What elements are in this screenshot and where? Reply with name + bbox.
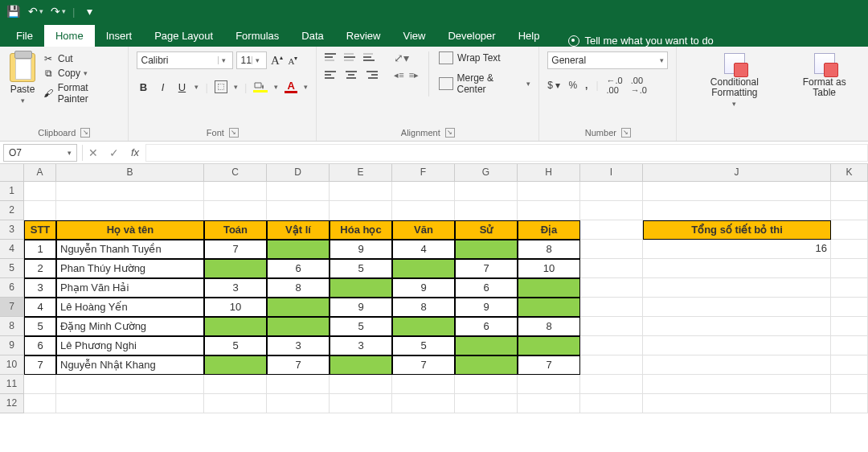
cell[interactable]: Lê Hoàng Yến <box>56 298 204 317</box>
column-header-G[interactable]: G <box>455 164 518 182</box>
cell[interactable] <box>455 375 518 394</box>
cell[interactable]: 10 <box>204 298 267 317</box>
cell[interactable] <box>330 182 392 201</box>
cell[interactable] <box>643 259 831 278</box>
cell[interactable]: Nguyễn Thanh Tuyền <box>56 240 204 259</box>
cell[interactable] <box>643 278 831 298</box>
align-top-button[interactable] <box>325 51 339 63</box>
font-name-select[interactable]: Calibri▾ <box>137 51 233 69</box>
cell[interactable]: Nguyễn Nhật Khang <box>56 355 204 375</box>
align-bottom-button[interactable] <box>363 51 378 63</box>
align-middle-button[interactable] <box>344 51 358 63</box>
row-header-4[interactable]: 4 <box>0 240 24 259</box>
name-box[interactable]: O7▾ <box>3 144 77 162</box>
cell[interactable]: 6 <box>455 278 518 298</box>
cell[interactable] <box>580 240 643 259</box>
cell[interactable] <box>24 182 56 201</box>
tab-formulas[interactable]: Formulas <box>224 25 290 47</box>
cell[interactable] <box>455 355 518 375</box>
tab-review[interactable]: Review <box>335 25 392 47</box>
cell[interactable]: 10 <box>518 259 580 278</box>
cell[interactable] <box>643 182 831 201</box>
formula-input[interactable] <box>145 144 868 162</box>
cell[interactable] <box>392 375 455 394</box>
row-header-6[interactable]: 6 <box>0 278 24 298</box>
cell[interactable] <box>204 259 267 278</box>
cell[interactable]: Địa <box>518 220 580 240</box>
cell[interactable]: 8 <box>392 298 455 317</box>
cell[interactable]: Hóa học <box>330 220 392 240</box>
fill-color-button[interactable] <box>253 81 268 92</box>
decrease-indent-button[interactable]: ◂≡ <box>394 69 403 80</box>
cell[interactable]: Lê Phương Nghi <box>56 336 204 355</box>
dialog-launcher-icon[interactable]: ↘ <box>229 128 239 138</box>
cell[interactable] <box>267 317 330 336</box>
column-header-C[interactable]: C <box>204 164 267 182</box>
cell[interactable] <box>267 240 330 259</box>
cell[interactable]: 2 <box>24 259 56 278</box>
cell[interactable] <box>330 375 392 394</box>
align-center-button[interactable] <box>344 69 358 80</box>
cell[interactable]: 7 <box>455 259 518 278</box>
increase-indent-button[interactable]: ≡▸ <box>409 69 419 80</box>
cell[interactable] <box>56 394 204 413</box>
cell[interactable]: 9 <box>330 240 392 259</box>
enter-formula-button[interactable]: ✓ <box>104 146 125 159</box>
cell[interactable]: 3 <box>267 336 330 355</box>
cell[interactable] <box>643 394 831 413</box>
cell[interactable] <box>831 278 868 298</box>
align-left-button[interactable] <box>325 69 339 80</box>
tab-view[interactable]: View <box>391 25 436 47</box>
column-header-E[interactable]: E <box>330 164 392 182</box>
cell[interactable] <box>518 278 580 298</box>
cell[interactable]: Phạm Văn Hải <box>56 278 204 298</box>
cell[interactable] <box>56 182 204 201</box>
cell[interactable]: Phan Thúy Hường <box>56 259 204 278</box>
tab-home[interactable]: Home <box>44 25 95 47</box>
cell[interactable] <box>455 336 518 355</box>
column-header-D[interactable]: D <box>267 164 330 182</box>
cell[interactable] <box>204 394 267 413</box>
cell[interactable]: 7 <box>518 355 580 375</box>
cell[interactable]: 3 <box>24 278 56 298</box>
cell[interactable] <box>643 317 831 336</box>
cell[interactable] <box>580 182 643 201</box>
percent-format-button[interactable]: % <box>568 80 577 91</box>
cell[interactable] <box>831 355 868 375</box>
font-color-button[interactable]: A <box>285 81 297 93</box>
cell[interactable] <box>580 336 643 355</box>
cell[interactable] <box>392 259 455 278</box>
row-header-1[interactable]: 1 <box>0 182 24 201</box>
cell[interactable] <box>330 201 392 220</box>
cell[interactable] <box>831 240 868 259</box>
conditional-formatting-button[interactable]: Conditional Formatting▾ <box>685 51 784 108</box>
cell[interactable] <box>204 375 267 394</box>
comma-format-button[interactable]: , <box>585 80 588 91</box>
tab-insert[interactable]: Insert <box>95 25 144 47</box>
cell[interactable] <box>580 259 643 278</box>
cancel-formula-button[interactable]: ✕ <box>83 146 104 159</box>
cell[interactable] <box>518 336 580 355</box>
cell[interactable] <box>580 375 643 394</box>
merge-center-button[interactable]: Merge & Center ▾ <box>439 72 530 95</box>
cell[interactable]: 8 <box>267 278 330 298</box>
qat-customize-icon[interactable]: ▾ <box>81 3 97 19</box>
decrease-decimal-button[interactable]: .00→.0 <box>631 76 647 95</box>
cell[interactable] <box>204 317 267 336</box>
save-icon[interactable]: 💾 <box>5 3 21 19</box>
cell[interactable]: Văn <box>392 220 455 240</box>
increase-decimal-button[interactable]: ←.0.00 <box>607 76 623 95</box>
cell[interactable] <box>267 201 330 220</box>
cell[interactable]: Vật lí <box>267 220 330 240</box>
cell[interactable] <box>580 394 643 413</box>
redo-icon[interactable]: ↷ <box>50 3 66 19</box>
tab-data[interactable]: Data <box>290 25 334 47</box>
cell[interactable]: Sử <box>455 220 518 240</box>
row-header-5[interactable]: 5 <box>0 259 24 278</box>
dialog-launcher-icon[interactable]: ↘ <box>621 128 631 138</box>
cell[interactable] <box>330 278 392 298</box>
cell[interactable] <box>267 182 330 201</box>
column-header-A[interactable]: A <box>24 164 56 182</box>
wrap-text-button[interactable]: Wrap Text <box>439 51 530 64</box>
cell[interactable] <box>518 182 580 201</box>
